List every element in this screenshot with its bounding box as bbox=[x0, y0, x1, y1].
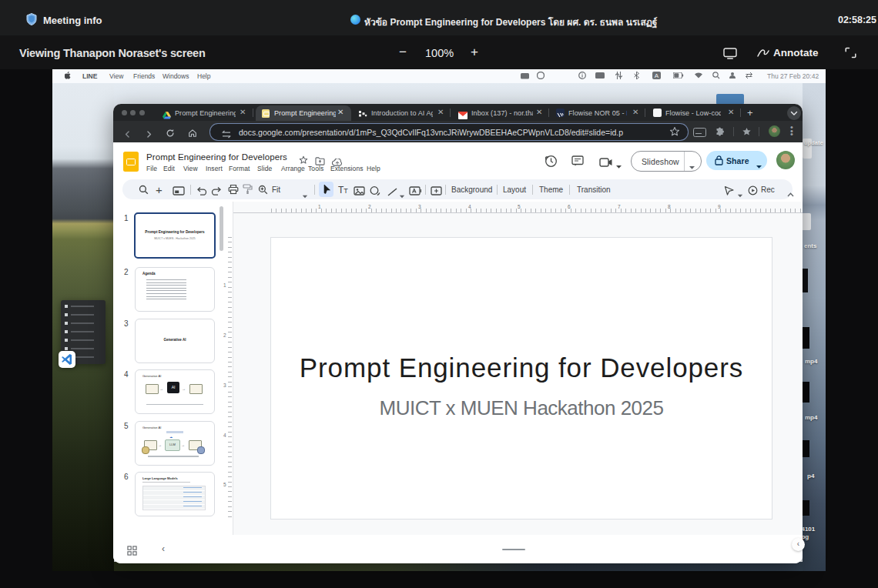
svg-text:A: A bbox=[655, 72, 659, 79]
